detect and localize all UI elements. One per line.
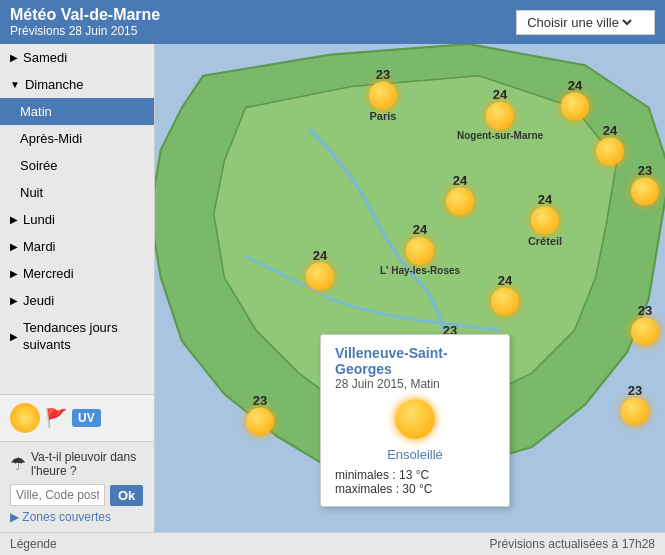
rain-title: ☂ Va-t-il pleuvoir dans l'heure ?: [10, 450, 144, 478]
city-popup: Villeneuve-Saint-Georges 28 Juin 2015, M…: [320, 334, 510, 507]
sidebar-nav: ▶ Samedi ▼ Dimanche Matin Après-Midi Soi…: [0, 44, 154, 394]
select-arrow-icon: ▼: [635, 15, 648, 30]
popup-city-name: Villeneuve-Saint-Georges: [335, 345, 495, 377]
expand-arrow-icon: ▶: [10, 241, 18, 252]
expand-arrow-icon: ▶: [10, 214, 18, 225]
page-subtitle: Prévisions 28 Juin 2015: [10, 24, 160, 38]
expand-arrow-icon: ▶: [10, 52, 18, 63]
sun-icon: [491, 288, 519, 316]
popup-min-temp: minimales : 13 °C: [335, 468, 495, 482]
sidebar-item-lundi[interactable]: ▶ Lundi: [0, 206, 154, 233]
expand-arrow-icon: ▶: [10, 330, 18, 343]
sidebar-item-label: Tendances jours suivants: [23, 320, 144, 354]
rain-location-input[interactable]: [10, 484, 105, 506]
sun-icon: [486, 102, 514, 130]
marker-center: 24: [446, 173, 474, 216]
marker-lower-right: 24: [491, 273, 519, 316]
sidebar-item-label: Mercredi: [23, 266, 74, 281]
sidebar-item-jeudi[interactable]: ▶ Jeudi: [0, 287, 154, 314]
zones-link[interactable]: ▶ Zones couvertes: [10, 510, 144, 524]
popup-condition: Ensoleillé: [335, 447, 495, 462]
sun-icon: [631, 318, 659, 346]
header-title: Météo Val-de-Marne Prévisions 28 Juin 20…: [10, 6, 160, 38]
sidebar-item-label: Lundi: [23, 212, 55, 227]
wind-icon: 🚩: [45, 407, 67, 429]
expand-arrow-icon: ▶: [10, 295, 18, 306]
sidebar-item-mardi[interactable]: ▶ Mardi: [0, 233, 154, 260]
sidebar-item-tendances[interactable]: ▶ Tendances jours suivants: [0, 314, 154, 360]
sidebar-item-label: Matin: [20, 104, 52, 119]
popup-date: 28 Juin 2015, Matin: [335, 377, 495, 391]
popup-max-temp: maximales : 30 °C: [335, 482, 495, 496]
city-select-wrapper[interactable]: Choisir une ville ▼: [516, 10, 655, 35]
sun-icon: [406, 237, 434, 265]
sidebar-item-label: Soirée: [20, 158, 58, 173]
uv-badge: UV: [72, 409, 101, 427]
app-container: Météo Val-de-Marne Prévisions 28 Juin 20…: [0, 0, 665, 555]
marker-nogent: 24 Nogent-sur-Marne: [457, 87, 543, 141]
sun-icon: [446, 188, 474, 216]
sun-icon: [10, 403, 40, 433]
sidebar-item-apres-midi[interactable]: Après-Midi: [0, 125, 154, 152]
updated-label: Prévisions actualisées à 17h28: [490, 537, 655, 551]
main-content: ▶ Samedi ▼ Dimanche Matin Après-Midi Soi…: [0, 44, 665, 532]
page-title: Météo Val-de-Marne: [10, 6, 160, 24]
marker-top-right: 24: [561, 78, 589, 121]
marker-creteil: 24 Créteil: [528, 192, 562, 247]
sidebar-item-label: Dimanche: [25, 77, 84, 92]
rain-section: ☂ Va-t-il pleuvoir dans l'heure ? Ok ▶ Z…: [0, 441, 154, 532]
marker-right-1: 24: [596, 123, 624, 166]
footer: Légende Prévisions actualisées à 17h28: [0, 532, 665, 555]
sidebar-item-label: Jeudi: [23, 293, 54, 308]
sun-icon: [631, 178, 659, 206]
rain-ok-button[interactable]: Ok: [110, 485, 143, 506]
popup-sun-icon: [395, 399, 435, 439]
map-area: 23 Paris 24 Nogent-sur-Marne 24 24: [155, 44, 665, 532]
city-select[interactable]: Choisir une ville: [523, 14, 635, 31]
legend-label: Légende: [10, 537, 57, 551]
sidebar-item-samedi[interactable]: ▶ Samedi: [0, 44, 154, 71]
sidebar-item-dimanche[interactable]: ▼ Dimanche: [0, 71, 154, 98]
marker-paris: 23 Paris: [369, 67, 397, 122]
sidebar-item-label: Après-Midi: [20, 131, 82, 146]
sun-icon: [596, 138, 624, 166]
sun-icon: [369, 82, 397, 110]
sidebar-item-label: Nuit: [20, 185, 43, 200]
sidebar-item-label: Samedi: [23, 50, 67, 65]
marker-far-right-lower: 23: [631, 303, 659, 346]
marker-bottom-left: 23: [246, 393, 274, 436]
sun-icon: [561, 93, 589, 121]
sun-icon: [531, 207, 559, 235]
sidebar-icons: 🚩 UV: [0, 394, 154, 441]
sidebar-item-nuit[interactable]: Nuit: [0, 179, 154, 206]
sun-icon: [621, 398, 649, 426]
sun-icon: [306, 263, 334, 291]
header: Météo Val-de-Marne Prévisions 28 Juin 20…: [0, 0, 665, 44]
expand-arrow-icon: ▼: [10, 79, 20, 90]
sidebar-item-label: Mardi: [23, 239, 56, 254]
marker-far-right: 23: [631, 163, 659, 206]
umbrella-icon: ☂: [10, 453, 26, 475]
sidebar-item-soiree[interactable]: Soirée: [0, 152, 154, 179]
marker-far-right-bottom: 23: [621, 383, 649, 426]
popup-sun-display: [335, 399, 495, 439]
rain-question-text: Va-t-il pleuvoir dans l'heure ?: [31, 450, 144, 478]
sun-icon: [246, 408, 274, 436]
sidebar-item-mercredi[interactable]: ▶ Mercredi: [0, 260, 154, 287]
expand-arrow-icon: ▶: [10, 268, 18, 279]
sidebar-item-matin[interactable]: Matin: [0, 98, 154, 125]
marker-left: 24: [306, 248, 334, 291]
sidebar: ▶ Samedi ▼ Dimanche Matin Après-Midi Soi…: [0, 44, 155, 532]
rain-input-row: Ok: [10, 484, 144, 506]
marker-hayles: 24 L' Hay-les-Roses: [380, 222, 460, 276]
